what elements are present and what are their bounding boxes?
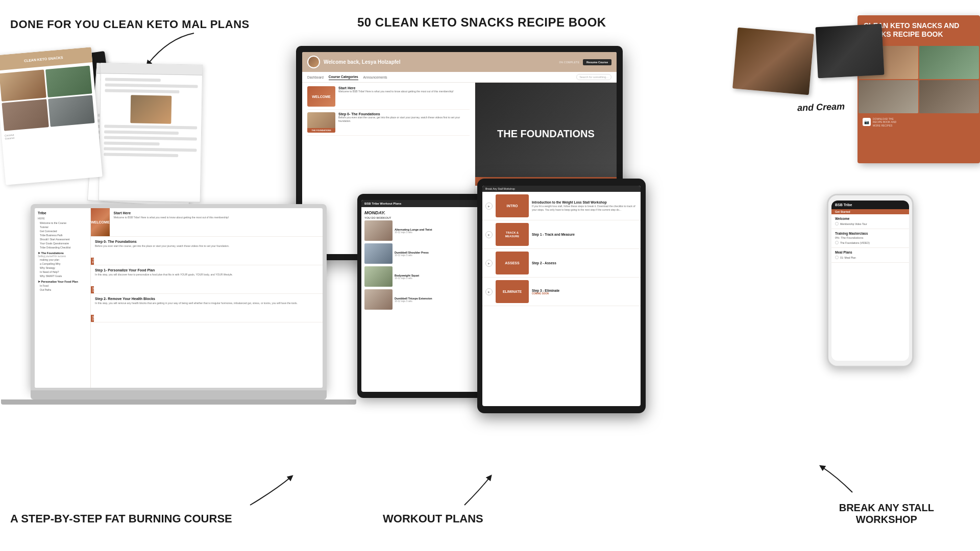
page-line xyxy=(105,83,198,88)
workshop-thumb-eliminate: ELIMINATE xyxy=(496,280,529,303)
laptop-welcome-title: Start Here xyxy=(114,211,318,215)
laptop-welcome-card: WELCOME Start Here Welcome to BSB Tribe!… xyxy=(91,208,323,237)
recipe-img-1 xyxy=(0,69,46,101)
phone-meal-item-text: 01- Meal Plan xyxy=(840,256,856,259)
workshop-eliminate-title: Step 3 - Eliminate xyxy=(532,289,559,292)
recipe-img-2 xyxy=(45,66,92,97)
recipe-social-text: DOWNLOAD THERECIPE BOOK ANDMORE RECIPES xyxy=(873,117,896,128)
recipe-grid xyxy=(0,62,98,134)
recipe-grid-image-3 xyxy=(859,80,918,113)
play-button-track[interactable]: ▶ xyxy=(485,231,493,238)
phone-section-training: Training Masterclass 0%- The Foundations… xyxy=(831,229,909,248)
welcome-course-card: WELCOME Start Here Welcome to BSB Tribe!… xyxy=(307,86,470,110)
foundations-thumbnail: THE FOUNDATIONS xyxy=(307,112,335,133)
workshop-intro-title: Introduction to the Weight Loss Stall Wo… xyxy=(532,201,638,204)
workshop-intro-info: Introduction to the Weight Loss Stall Wo… xyxy=(532,201,638,211)
phone-meal-item: 01- Meal Plan xyxy=(835,255,905,260)
laptop-base xyxy=(31,390,327,399)
tablet-header: BSB Tribe Workout Plans xyxy=(361,200,496,207)
foundations-course-card: THE FOUNDATIONS Step 0- The Foundations … xyxy=(307,112,470,136)
laptop-step2-info: Step 2- Remove Your Health Blocks In thi… xyxy=(91,294,323,322)
phone-section-welcome: Welcome Membership Video Tour xyxy=(831,214,909,229)
welcome-thumbnail: WELCOME xyxy=(307,86,335,107)
nav-announcements[interactable]: Announcements xyxy=(363,74,387,80)
phone-training-item-text: The Foundations (VIDEO) xyxy=(840,241,870,244)
phone-welcome-title: Welcome xyxy=(835,217,905,220)
laptop-step2-text: In this step, you will remove any health… xyxy=(95,302,318,305)
nav-dashboard[interactable]: Dashboard xyxy=(307,74,324,80)
exercise-row-2: Dumbbell Shoulder Press 10-12 reps 3 set… xyxy=(364,243,493,264)
play-button-assess[interactable]: ▶ xyxy=(485,260,493,267)
monitor-topbar: Welcome back, Lesya Holzapfel 0% COMPLET… xyxy=(302,52,617,72)
workshop-eliminate-info: Step 3 - Eliminate COMING SOON xyxy=(532,289,559,295)
play-button-intro[interactable]: ▶ xyxy=(485,203,493,210)
sidebar-foundations-plan: making your plan xyxy=(38,258,87,262)
page-line xyxy=(105,78,161,82)
bottom-left-label: A STEP-BY-STEP FAT BURNING COURSE xyxy=(10,512,232,525)
laptop-step1-text: In this step, you will discover how to p… xyxy=(95,273,318,277)
workshop-item-assess: ▶ ASSESS Step 2 - Assess xyxy=(482,249,641,278)
tablet-content: BSB Tribe Workout Plans MONDAY. YOU DO W… xyxy=(361,200,496,315)
laptop-foundations-card: THE FOUNDATIONS Step 0- The Foundations … xyxy=(91,237,323,265)
monitor-nav: Dashboard Course Categories Announcement… xyxy=(302,72,617,83)
workshop-preview: THE FOUNDATIONS THE FOUNDATIONS xyxy=(475,83,617,186)
top-right-label: 50 CLEAN KETO SNACKS RECIPE BOOK xyxy=(357,15,606,30)
step2-badge: STEP 2 xyxy=(91,315,94,322)
workshop-eliminate-badge: COMING SOON xyxy=(532,292,559,295)
laptop-welcome-thumb: WELCOME xyxy=(91,208,110,236)
foundations-course-info: Step 0- The Foundations Before you even … xyxy=(338,112,470,133)
meal-plan-page-2 xyxy=(99,63,203,202)
foundations-course-title: Step 0- The Foundations xyxy=(338,112,470,116)
workshop-intro-text: If you hit a weight loss stall, follow t… xyxy=(532,205,638,211)
workshop-header: Break Any Stall Workshop xyxy=(482,186,641,192)
workshop-track-title: Step 1 - Track and Measure xyxy=(532,233,575,236)
search-input[interactable]: Search for something... xyxy=(576,74,611,80)
resume-button[interactable]: Resume Course xyxy=(583,59,611,65)
workshop-assess-title: Step 2 - Assess xyxy=(532,261,556,265)
play-button-eliminate[interactable]: ▶ xyxy=(485,288,493,295)
exercise-image-3 xyxy=(364,266,393,287)
sidebar-item-connected: Get Connected xyxy=(38,229,87,233)
phone-frame: BSB Tribe Get Started Welcome Membership… xyxy=(827,194,914,367)
sidebar-item-path: Tribe Business Path xyxy=(38,233,87,237)
page-line xyxy=(105,89,179,93)
sidebar-item-tutorial: Tutorial xyxy=(38,225,87,229)
exercise-row-1: Alternating Lunge and Twist 10-12 reps 3… xyxy=(364,220,493,241)
laptop-welcome-info: Start Here Welcome to BSB Tribe! Here is… xyxy=(110,208,323,236)
top-left-label: DONE FOR YOU CLEAN KETO MAL PLANS xyxy=(10,18,250,31)
bottom-center-label: WORKOUT PLANS xyxy=(383,512,483,525)
sidebar-foundations-strategy: Why Strategy xyxy=(38,266,87,270)
user-avatar xyxy=(307,56,320,68)
recipe-img-3 xyxy=(2,99,48,131)
laptop-sidebar-section-here: Here xyxy=(38,217,87,220)
sidebar-item-assessment: Should I Start Assessment xyxy=(38,237,87,241)
sidebar-foundations-help: In Need of Help? xyxy=(38,270,87,274)
laptop-main: WELCOME Start Here Welcome to BSB Tribe!… xyxy=(91,208,323,388)
exercise-row-4: Dumbbell Triceps Extension 10-12 reps 3 … xyxy=(364,289,493,310)
step1-badge: STEP 1 xyxy=(91,286,94,293)
workshop-assess-info: Step 2 - Assess xyxy=(532,261,556,265)
exercise-image-2 xyxy=(364,243,393,264)
laptop-welcome-text: Welcome to BSB Tribe! Here is what you n… xyxy=(114,216,318,219)
laptop: Tribe Here Welcome to the Course Tutoria… xyxy=(31,204,327,429)
phone-check-icon xyxy=(835,222,839,226)
laptop-step1-title: Step 1- Personalize Your Food Plan xyxy=(95,268,318,272)
page-line xyxy=(104,136,197,140)
workshop-tablet: Break Any Stall Workshop ▶ INTRO Introdu… xyxy=(477,179,646,413)
phone-welcome-item: Membership Video Tour xyxy=(835,221,905,226)
foundations-badge: THE FOUNDATIONS xyxy=(91,258,94,265)
laptop-step2-card: STEP 2 Step 2- Remove Your Health Blocks… xyxy=(91,294,323,322)
laptop-step1-info: Step 1- Personalize Your Food Plan In th… xyxy=(91,265,323,293)
phone-training-item: The Foundations (VIDEO) xyxy=(835,240,905,245)
sidebar-foundations-smart: Why SMART Goals xyxy=(38,274,87,278)
foundations-big-label: THE FOUNDATIONS xyxy=(492,123,600,145)
workshop-thumb-assess: ASSESS xyxy=(496,252,529,274)
workshop-item-intro: ▶ INTRO Introduction to the Weight Loss … xyxy=(482,192,641,220)
tablet-day: MONDAY. xyxy=(364,210,493,215)
recipe-social-section: 📷 DOWNLOAD THERECIPE BOOK ANDMORE RECIPE… xyxy=(857,114,980,131)
page-food-image xyxy=(130,95,172,123)
laptop-bottom-strip xyxy=(1,399,356,405)
exercise-image-1 xyxy=(364,220,393,241)
big-tablet-screen: Break Any Stall Workshop ▶ INTRO Introdu… xyxy=(482,186,641,406)
nav-course-categories[interactable]: Course Categories xyxy=(329,74,358,80)
